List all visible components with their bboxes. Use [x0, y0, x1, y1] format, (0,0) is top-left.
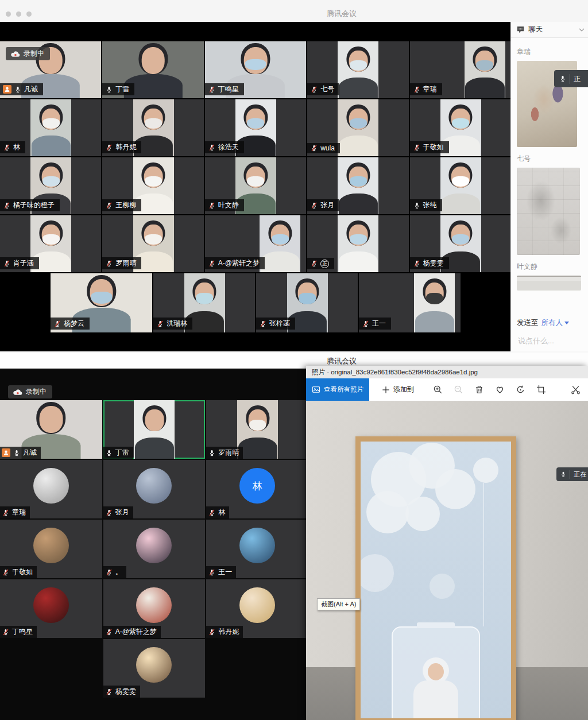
participant-tile[interactable]: 王一 [359, 273, 461, 332]
mic-muted-icon [310, 202, 318, 210]
video-feed [414, 273, 455, 332]
participant-tile[interactable]: 张梓菡 [256, 273, 358, 332]
participant-label: 丁鸣星 [205, 83, 244, 95]
participant-name: 丁雷 [115, 448, 129, 458]
participant-tile[interactable]: 。 [103, 520, 206, 578]
edit-scissors-button[interactable] [570, 385, 581, 395]
participant-tile[interactable]: wula [307, 99, 408, 156]
participant-tile[interactable]: A-@紫轩之梦 [103, 579, 206, 638]
photo-viewer-window: 照片 - original_83c92e861f830ec52f9f48da29… [306, 366, 588, 720]
participant-tile[interactable]: 丁雷 [102, 41, 203, 98]
mic-muted-icon [3, 202, 11, 210]
chat-input[interactable] [517, 336, 585, 346]
participant-label: 章瑞 [0, 506, 30, 518]
participant-tile[interactable]: 王一 [206, 520, 308, 578]
participant-tile[interactable]: 徐浩天 [205, 99, 306, 156]
participant-name: 七号 [320, 84, 334, 94]
participant-tile[interactable]: 韩丹妮 [206, 579, 308, 638]
participant-tile[interactable]: 肖子涵 [0, 215, 101, 272]
speaking-indicator: 正在 [556, 467, 588, 481]
participant-label: 林 [206, 506, 229, 518]
mic-muted-icon [310, 86, 318, 94]
avatar [136, 587, 172, 623]
participant-name: 凡诚 [23, 448, 37, 458]
participant-tile[interactable]: 王柳柳 [102, 157, 203, 214]
participant-tile[interactable]: 张月 [103, 460, 206, 518]
scissors-icon [571, 385, 581, 394]
photo-viewer-titlebar[interactable]: 照片 - original_83c92e861f830ec52f9f48da29… [306, 366, 588, 378]
plus-icon [382, 386, 390, 394]
mic-muted-icon [105, 144, 113, 152]
mic-on-icon [413, 202, 421, 210]
participant-tile[interactable]: 七号 [307, 41, 408, 98]
participant-tile[interactable]: 正 [307, 215, 408, 272]
participant-tile[interactable]: 罗雨晴 [206, 400, 308, 459]
mac-titlebar[interactable]: 腾讯会议 [0, 0, 588, 22]
avatar [136, 647, 172, 683]
participant-figure [338, 41, 378, 98]
participant-tile[interactable]: 洪瑞林 [153, 273, 255, 332]
participant-label: 王一 [206, 566, 236, 578]
chat-sender: 叶文静 [517, 262, 588, 272]
participant-tile[interactable]: 橘子味的橙子 [0, 157, 101, 214]
participant-figure [134, 400, 175, 459]
add-to-button[interactable]: 添加到 [378, 384, 417, 395]
participant-name: 章瑞 [12, 508, 26, 517]
mic-muted-icon [2, 509, 10, 517]
participant-tile[interactable]: 林 [0, 99, 101, 156]
participant-label: 凡诚 [0, 83, 43, 95]
participant-label: 。 [103, 566, 126, 578]
mic-on-icon [13, 449, 21, 457]
participant-label: A-@紫轩之梦 [205, 257, 265, 269]
participant-tile[interactable]: 韩丹妮 [102, 99, 203, 156]
participant-label: A-@紫轩之梦 [103, 626, 161, 638]
empty-grid-cell [0, 639, 102, 698]
delete-button[interactable] [474, 385, 484, 395]
mic-muted-icon [105, 202, 113, 210]
participant-label: 张梓菡 [256, 318, 295, 330]
rotate-button[interactable] [515, 385, 525, 395]
participant-tile[interactable]: 丁雷 [103, 400, 206, 459]
mic-muted-icon [362, 320, 370, 328]
participant-tile[interactable]: 于敬如 [0, 520, 102, 578]
participant-tile[interactable]: 章瑞 [410, 41, 511, 98]
participant-tile[interactable]: 录制中凡诚 [0, 41, 101, 98]
chevron-down-icon[interactable] [579, 28, 585, 32]
participant-name: 林 [218, 508, 225, 517]
participant-tile[interactable]: 杨雯雯 [103, 639, 206, 698]
participant-tile[interactable]: 张纯 [410, 157, 511, 214]
participant-tile[interactable]: 丁鸣星 [0, 579, 102, 638]
participant-tile[interactable]: A-@紫轩之梦 [205, 215, 306, 272]
participant-tile[interactable]: 凡诚 [0, 400, 102, 459]
participant-tile[interactable]: 杨梦云 [51, 273, 152, 332]
jar-with-child [392, 626, 480, 718]
zoom-in-button[interactable] [432, 385, 443, 395]
mic-muted-icon [208, 628, 216, 636]
participant-label: 徐浩天 [205, 141, 244, 153]
participant-tile[interactable]: 罗雨晴 [102, 215, 203, 272]
participant-label: 丁雷 [102, 83, 134, 95]
participant-label: 于敬如 [0, 566, 37, 578]
photo-content[interactable]: 正在 [306, 401, 588, 720]
participant-label: 丁鸣星 [0, 626, 37, 638]
video-feed [338, 157, 378, 214]
mic-muted-icon [208, 509, 216, 517]
crop-button[interactable] [536, 385, 546, 395]
participant-tile[interactable]: 丁鸣星 [205, 41, 306, 98]
view-all-photos-button[interactable]: 查看所有照片 [306, 378, 369, 401]
chat-image-strip[interactable] [517, 276, 581, 291]
participant-tile[interactable]: 林林 [206, 460, 308, 518]
favorite-button[interactable] [494, 385, 505, 395]
send-to-selector[interactable]: 所有人 [541, 318, 570, 328]
zoom-out-button[interactable] [453, 385, 463, 395]
participant-tile[interactable]: 叶文静 [205, 157, 306, 214]
participant-tile[interactable]: 杨雯雯 [410, 215, 511, 272]
chat-image-sketch[interactable] [517, 168, 580, 255]
participant-tile[interactable]: 章瑞 [0, 460, 102, 518]
participant-grid: 凡诚丁雷罗雨晴章瑞张月林林于敬如。王一丁鸣星A-@紫轩之梦韩丹妮杨雯雯 [0, 400, 308, 699]
participant-label: 张月 [103, 506, 133, 518]
participant-tile[interactable]: 于敬如 [410, 99, 511, 156]
participant-name: 杨雯雯 [423, 258, 444, 268]
mic-muted-icon [105, 568, 113, 576]
participant-tile[interactable]: 张月 [307, 157, 408, 214]
